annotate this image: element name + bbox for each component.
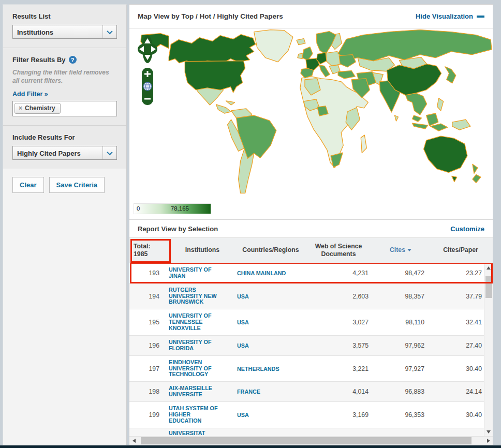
sort-caret-icon	[407, 249, 411, 251]
table-row[interactable]: UNIVERSITAT	[129, 428, 484, 436]
scroll-up-icon[interactable]	[484, 263, 493, 272]
table-row[interactable]: 193 UNIVERSITY OF JINAN CHINA MAINLAND 4…	[129, 263, 484, 283]
table-body: 193 UNIVERSITY OF JINAN CHINA MAINLAND 4…	[129, 263, 484, 436]
column-header-cites-sort[interactable]: Cites	[373, 246, 429, 254]
filter-tag-label: Chemistry	[25, 104, 55, 112]
table-row[interactable]: 197 EINDHOVEN UNIVERSITY OF TECHNOLOGY N…	[129, 356, 484, 382]
table-row[interactable]: 195 UNIVERSITY OF TENNESSEE KNOXVILLE US…	[129, 309, 484, 336]
include-results-label: Include Results For	[12, 133, 117, 141]
row-cites: 96,883	[373, 388, 429, 395]
sidebar-filter-panel: Results List Institutions Filter Results…	[3, 5, 126, 169]
filter-tag-chemistry[interactable]: × Chemistry	[14, 103, 61, 114]
legend-max-value: 78,165	[171, 205, 189, 212]
row-wos-documents: 2,603	[304, 293, 373, 300]
world-map-area[interactable]	[129, 28, 493, 201]
column-header-institutions: Institutions	[168, 246, 237, 254]
country-link[interactable]: NETHERLANDS	[237, 366, 279, 372]
row-cites-per-paper: 30.40	[429, 411, 484, 419]
scroll-left-icon[interactable]	[129, 437, 138, 445]
chevron-down-icon[interactable]	[102, 146, 116, 159]
zoom-control[interactable]	[142, 68, 153, 105]
customize-link[interactable]: Customize	[450, 225, 484, 233]
row-rank: 196	[129, 342, 168, 349]
results-list-select[interactable]: Institutions	[12, 25, 117, 39]
table-row[interactable]: 199 UTAH SYSTEM OF HIGHER EDUCATION USA …	[129, 402, 484, 428]
map-navigation-controls[interactable]	[137, 35, 159, 112]
row-cites-per-paper: 32.41	[429, 319, 484, 326]
esi-application: Results List Institutions Filter Results…	[3, 4, 493, 445]
map-view-header: Map View by Top / Hot / Highly Cited Pap…	[129, 5, 493, 28]
country-link[interactable]: USA	[237, 343, 249, 349]
add-filter-link[interactable]: Add Filter »	[12, 91, 48, 98]
horizontal-scroll-thumb[interactable]	[141, 437, 471, 444]
country-link[interactable]: USA	[237, 320, 249, 326]
scroll-right-icon[interactable]	[484, 437, 493, 445]
column-header-total: Total: 1985	[129, 243, 168, 259]
institution-link[interactable]: UNIVERSITAT	[169, 430, 205, 436]
filter-by-label: Filter Results By	[12, 56, 66, 64]
hide-visualization-link[interactable]: Hide Visualization	[416, 12, 484, 20]
world-choropleth-map[interactable]	[129, 28, 493, 201]
table-row[interactable]: 194 RUTGERS UNIVERSITY NEW BRUNSWICK USA…	[129, 283, 484, 310]
include-results-section: Include Results For Highly Cited Papers	[3, 125, 126, 169]
column-header-wos-documents: Web of Science Documents	[304, 243, 373, 259]
horizontal-scroll-track[interactable]	[138, 437, 484, 445]
legend-min-value: 0	[137, 205, 140, 212]
table-body-area: 193 UNIVERSITY OF JINAN CHINA MAINLAND 4…	[129, 263, 493, 436]
institution-link[interactable]: RUTGERS UNIVERSITY NEW BRUNSWICK	[169, 287, 218, 305]
save-criteria-button[interactable]: Save Criteria	[49, 177, 105, 193]
country-link[interactable]: CHINA MAINLAND	[237, 271, 286, 277]
table-row[interactable]: 198 AIX-MARSEILLE UNIVERSITE FRANCE 4,01…	[129, 382, 484, 402]
row-wos-documents: 3,169	[304, 411, 373, 419]
report-view-header: Report View by Selection Customize	[129, 220, 493, 237]
row-cites: 97,927	[373, 365, 429, 372]
remove-filter-icon[interactable]: ×	[19, 104, 22, 112]
row-rank: 193	[129, 270, 168, 277]
filter-sidebar: Results List Institutions Filter Results…	[3, 4, 127, 445]
institution-link[interactable]: UNIVERSITY OF TENNESSEE KNOXVILLE	[169, 313, 218, 331]
include-results-select[interactable]: Highly Cited Papers	[12, 146, 117, 160]
row-cites-per-paper: 24.14	[429, 388, 484, 395]
collapse-minus-icon	[477, 16, 484, 18]
active-filters-box[interactable]: × Chemistry	[12, 101, 117, 116]
vertical-scrollbar[interactable]	[484, 263, 493, 436]
institution-link[interactable]: UNIVERSITY OF JINAN	[169, 267, 218, 279]
clear-button[interactable]: Clear	[12, 177, 44, 193]
row-cites-per-paper: 37.79	[429, 293, 484, 300]
row-wos-documents: 3,027	[304, 319, 373, 326]
table-row[interactable]: 196 UNIVERSITY OF FLORIDA USA 3,575 97,9…	[129, 336, 484, 356]
results-list-selected-value: Institutions	[13, 25, 102, 38]
row-cites: 97,962	[373, 342, 429, 349]
column-header-cites-per-paper: Cites/Paper	[429, 246, 493, 254]
institution-link[interactable]: UTAH SYSTEM OF HIGHER EDUCATION	[169, 406, 218, 424]
report-view-title: Report View by Selection	[138, 225, 218, 233]
pan-control[interactable]	[138, 35, 157, 63]
institution-link[interactable]: EINDHOVEN UNIVERSITY OF TECHNOLOGY	[169, 360, 218, 378]
row-cites: 98,357	[373, 293, 429, 300]
country-link[interactable]: USA	[237, 412, 249, 419]
chevron-down-icon[interactable]	[102, 25, 116, 38]
row-cites-per-paper: 27.40	[429, 342, 484, 349]
row-rank: 199	[129, 411, 168, 419]
scroll-down-icon[interactable]	[484, 427, 493, 436]
globe-icon[interactable]	[143, 82, 152, 91]
help-icon[interactable]: ?	[69, 56, 77, 64]
sidebar-actions: Clear Save Criteria	[3, 169, 126, 445]
map-view-title: Map View by Top / Hot / Highly Cited Pap…	[138, 12, 283, 20]
country-link[interactable]: FRANCE	[237, 389, 260, 395]
vertical-scroll-thumb[interactable]	[485, 276, 492, 298]
country-link[interactable]: USA	[237, 294, 249, 300]
row-wos-documents: 3,221	[304, 365, 373, 372]
horizontal-scrollbar[interactable]	[129, 436, 493, 445]
legend-gradient-bar: 0 78,165	[134, 203, 211, 214]
table-header-row: Total: 1985 Institutions Countries/Regio…	[129, 237, 493, 263]
filter-by-section: Filter Results By ? Changing the filter …	[3, 48, 126, 125]
row-wos-documents: 4,231	[304, 270, 373, 277]
map-legend: 0 78,165	[129, 201, 493, 220]
row-rank: 195	[129, 319, 168, 326]
include-results-selected-value: Highly Cited Papers	[13, 146, 102, 159]
institution-link[interactable]: AIX-MARSEILLE UNIVERSITE	[169, 385, 218, 398]
row-rank: 197	[129, 365, 168, 372]
row-rank: 198	[129, 388, 168, 395]
institution-link[interactable]: UNIVERSITY OF FLORIDA	[169, 339, 218, 352]
